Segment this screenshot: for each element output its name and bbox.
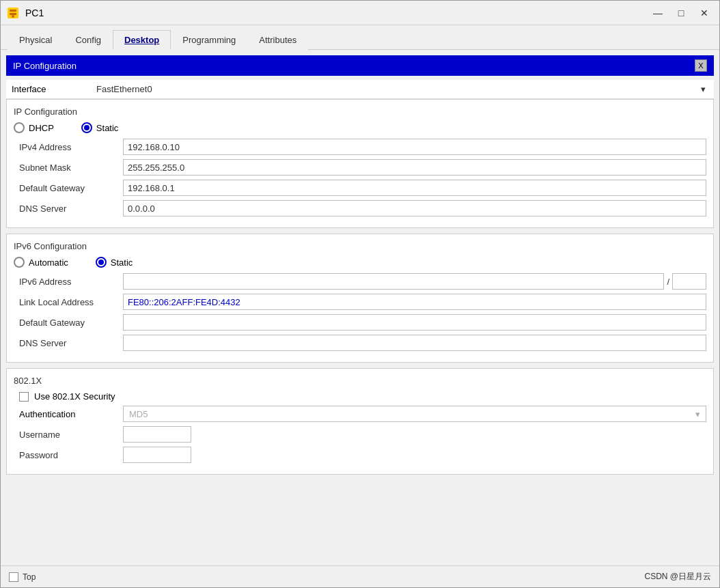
authentication-row: Authentication MD5 ▾ (14, 406, 706, 422)
content-area: IP Configuration X Interface FastEtherne… (1, 50, 719, 565)
default-gateway-input[interactable] (123, 180, 706, 196)
ipv6-static-radio[interactable] (96, 257, 107, 268)
ipv6-dns-row: DNS Server (14, 335, 706, 351)
ipv6-default-gateway-label: Default Gateway (14, 318, 123, 328)
ipv6-address-input[interactable] (123, 273, 664, 290)
password-label: Password (14, 450, 123, 460)
ipv6-auto-option[interactable]: Automatic (14, 257, 68, 268)
interface-value: FastEthernet0 (96, 84, 152, 94)
username-label: Username (14, 430, 123, 440)
minimize-button[interactable]: — (648, 5, 667, 21)
window-title: PC1 (25, 8, 648, 18)
ip-config-header: IP Configuration X (6, 55, 714, 76)
use-8021x-checkbox[interactable] (19, 392, 29, 402)
title-bar: PC1 — □ ✕ (1, 1, 719, 25)
svg-rect-2 (10, 13, 16, 15)
interface-label: Interface (12, 84, 94, 94)
static-option[interactable]: Static (81, 122, 119, 133)
ipv4-address-input[interactable] (123, 139, 706, 155)
app-icon (6, 6, 20, 20)
ipv4-section-title: IP Configuration (14, 107, 706, 117)
tab-programming[interactable]: Programming (171, 30, 247, 50)
tab-desktop[interactable]: Desktop (113, 30, 171, 50)
tab-config[interactable]: Config (64, 30, 113, 50)
ipv4-radio-row: DHCP Static (14, 122, 706, 133)
ipv6-section: IPv6 Configuration Automatic Static IPv6… (6, 234, 714, 363)
authentication-value: MD5 (129, 409, 148, 419)
top-checkbox[interactable] (9, 572, 18, 582)
ip-config-close[interactable]: X (695, 59, 707, 72)
svg-point-3 (12, 15, 14, 18)
ipv6-static-option[interactable]: Static (96, 257, 133, 268)
link-local-label: Link Local Address (14, 297, 123, 307)
ipv4-address-row: IPv4 Address (14, 139, 706, 155)
dot1x-section: 802.1X Use 802.1X Security Authenticatio… (6, 368, 714, 475)
main-window: PC1 — □ ✕ Physical Config Desktop Progra… (0, 0, 720, 588)
dhcp-option[interactable]: DHCP (14, 122, 54, 133)
default-gateway-row: Default Gateway (14, 180, 706, 196)
dhcp-label: DHCP (29, 123, 54, 133)
ipv6-address-row: IPv6 Address / (14, 273, 706, 290)
ipv6-dns-label: DNS Server (14, 338, 123, 348)
tab-attributes[interactable]: Attributes (247, 30, 308, 50)
dns-server-label: DNS Server (14, 204, 123, 214)
static-radio[interactable] (81, 122, 92, 133)
watermark: CSDN @日星月云 (644, 571, 711, 583)
interface-dropdown-arrow: ▾ (701, 84, 706, 94)
ipv6-default-gateway-row: Default Gateway (14, 314, 706, 331)
link-local-row: Link Local Address (14, 294, 706, 310)
default-gateway-label: Default Gateway (14, 183, 123, 193)
dot1x-section-title: 802.1X (14, 376, 706, 386)
svg-rect-1 (10, 10, 16, 12)
username-row: Username (14, 426, 706, 443)
use-8021x-label: Use 802.1X Security (34, 391, 115, 402)
ipv6-section-title: IPv6 Configuration (14, 241, 706, 251)
username-input[interactable] (123, 426, 191, 443)
authentication-label: Authentication (14, 409, 123, 419)
ipv6-address-label: IPv6 Address (14, 277, 123, 287)
tab-physical[interactable]: Physical (8, 30, 64, 50)
ipv6-auto-radio[interactable] (14, 257, 25, 268)
footer-left: Top (9, 572, 36, 582)
ipv6-static-label: Static (111, 257, 133, 268)
footer-bar: Top CSDN @日星月云 (1, 565, 719, 587)
dns-server-row: DNS Server (14, 200, 706, 216)
use-8021x-row: Use 802.1X Security (14, 391, 706, 402)
subnet-mask-label: Subnet Mask (14, 163, 123, 173)
ipv6-slash: / (667, 277, 669, 287)
interface-select[interactable]: FastEthernet0 ▾ (94, 83, 708, 96)
ipv6-prefix-input[interactable] (672, 273, 706, 290)
close-button[interactable]: ✕ (695, 5, 714, 21)
ipv4-address-label: IPv4 Address (14, 142, 123, 152)
subnet-mask-row: Subnet Mask (14, 159, 706, 176)
password-row: Password (14, 447, 706, 463)
ipv6-dns-input[interactable] (123, 335, 706, 351)
window-controls: — □ ✕ (648, 5, 714, 21)
ipv6-radio-row: Automatic Static (14, 257, 706, 268)
ipv6-input-wrap: / (123, 273, 706, 290)
interface-row: Interface FastEthernet0 ▾ (6, 80, 714, 99)
dhcp-radio[interactable] (14, 122, 25, 133)
ipv6-default-gateway-input[interactable] (123, 314, 706, 331)
ipv6-auto-label: Automatic (29, 257, 68, 268)
top-label: Top (23, 572, 36, 582)
dns-server-input[interactable] (123, 200, 706, 216)
auth-dropdown-arrow: ▾ (695, 409, 700, 419)
tab-bar: Physical Config Desktop Programming Attr… (1, 25, 719, 50)
subnet-mask-input[interactable] (123, 159, 706, 176)
ip-config-title: IP Configuration (13, 61, 77, 71)
ipv4-section: IP Configuration DHCP Static IPv4 Addres… (6, 99, 714, 228)
link-local-input[interactable] (123, 294, 706, 310)
authentication-select[interactable]: MD5 ▾ (123, 406, 706, 422)
password-input[interactable] (123, 447, 191, 463)
maximize-button[interactable]: □ (671, 5, 691, 21)
static-label: Static (96, 123, 119, 133)
